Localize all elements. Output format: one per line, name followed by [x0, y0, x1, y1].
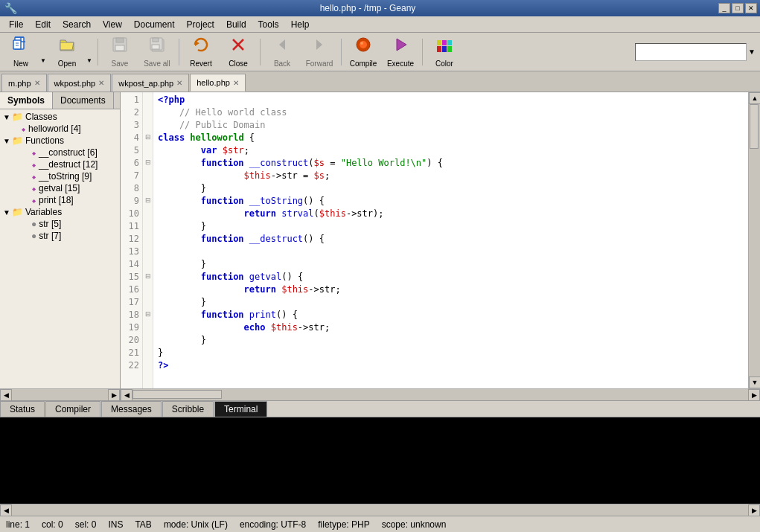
terminal-content[interactable] [0, 417, 760, 504]
svg-rect-2 [13, 40, 21, 49]
sidebar: Symbols Documents ▼ 📁 Classes ⬥ hellowor… [0, 92, 121, 400]
revert-button[interactable]: Revert [183, 35, 219, 69]
svg-rect-7 [115, 45, 124, 51]
forward-button[interactable]: Forward [301, 35, 337, 69]
variables-expand-icon[interactable]: ▼ [1, 208, 12, 217]
menu-edit[interactable]: Edit [29, 18, 57, 31]
tab-close-0[interactable]: ✕ [34, 79, 40, 87]
line-numbers: 12345 678910 1112131415 1617181920 2122 [121, 92, 143, 388]
tab-close-1[interactable]: ✕ [98, 79, 104, 87]
open-button[interactable]: Open [49, 35, 85, 69]
helloworld-class-icon: ⬥ [21, 124, 26, 134]
horizontal-scrollbar: ◀ ▶ [121, 388, 760, 400]
bottom-panel: Status Compiler Messages Scribble Termin… [0, 400, 760, 516]
bottom-scroll-right[interactable]: ▶ [748, 504, 760, 516]
hscroll-left[interactable]: ◀ [121, 389, 132, 401]
tab-close-3[interactable]: ✕ [233, 79, 239, 87]
tree-variables-group[interactable]: ▼ 📁 Variables [0, 206, 120, 218]
bottom-tab-scribble[interactable]: Scribble [162, 401, 214, 417]
tree-construct[interactable]: ⬥ __construct [6] [0, 147, 120, 158]
fold-14 [143, 257, 153, 269]
tree-functions-group[interactable]: ▼ 📁 Functions [0, 135, 120, 147]
revert-label: Revert [190, 60, 211, 68]
bottom-tab-status[interactable]: Status [0, 401, 45, 417]
open-dropdown-arrow[interactable]: ▼ [85, 35, 94, 69]
bottom-tab-terminal[interactable]: Terminal [214, 401, 267, 417]
bottom-tab-messages[interactable]: Messages [101, 401, 162, 417]
functions-label: Functions [25, 135, 64, 146]
hscroll-track[interactable] [132, 389, 748, 401]
tree-classes-group[interactable]: ▼ 📁 Classes [0, 111, 120, 123]
fold-16 [143, 282, 153, 295]
svg-rect-23 [447, 46, 452, 52]
fold-15[interactable]: ⊟ [143, 269, 153, 282]
bottom-tab-compiler[interactable]: Compiler [45, 401, 100, 417]
tree-print[interactable]: ⬥ print [18] [0, 194, 120, 206]
menu-tools[interactable]: Tools [252, 18, 285, 31]
menu-build[interactable]: Build [220, 18, 252, 31]
fold-2 [143, 105, 153, 118]
sidebar-tab-symbols[interactable]: Symbols [0, 92, 53, 109]
tab-3[interactable]: hello.php ✕ [190, 74, 246, 92]
tab-1[interactable]: wkpost.php ✕ [48, 74, 112, 92]
fold-18[interactable]: ⊟ [143, 307, 153, 320]
compile-button[interactable]: Compile [345, 35, 381, 69]
status-filetype: filetype: PHP [318, 519, 369, 530]
menu-file[interactable]: File [3, 18, 29, 31]
tab-2[interactable]: wkpost_ap.php ✕ [112, 74, 189, 92]
variables-label: Variables [25, 207, 62, 217]
maximize-button[interactable]: □ [732, 3, 744, 13]
fold-6[interactable]: ⊟ [143, 156, 153, 168]
sidebar-scroll-left[interactable]: ◀ [0, 389, 12, 400]
save-all-button[interactable]: Save all [139, 35, 175, 69]
sidebar-tab-documents[interactable]: Documents [53, 92, 114, 109]
execute-button[interactable]: Execute [383, 35, 418, 69]
tree-destruct[interactable]: ⬥ __destruct [12] [0, 158, 120, 170]
tree-str7[interactable]: ● str [7] [0, 230, 120, 242]
back-button[interactable]: Back [264, 35, 300, 69]
bottom-scroll-track[interactable] [12, 504, 748, 516]
minimize-button[interactable]: _ [718, 3, 730, 13]
svg-marker-12 [195, 41, 199, 46]
tab-0[interactable]: m.php ✕ [1, 74, 47, 92]
tree-tostring[interactable]: ⬥ __toString [9] [0, 170, 120, 182]
status-sel: sel: 0 [75, 519, 97, 530]
fold-9[interactable]: ⊟ [143, 193, 153, 206]
color-button[interactable]: Color [427, 35, 462, 69]
open-label: Open [58, 60, 76, 68]
tree-str5[interactable]: ● str [5] [0, 218, 120, 230]
back-label: Back [274, 60, 290, 68]
code-fold-panel: ⊟ ⊟ ⊟ ⊟ ⊟ [143, 92, 153, 388]
menu-project[interactable]: Project [181, 18, 220, 31]
menu-view[interactable]: View [97, 18, 128, 31]
functions-expand-icon[interactable]: ▼ [1, 137, 12, 145]
close-button[interactable]: ✕ [745, 3, 757, 13]
bottom-scroll-left[interactable]: ◀ [0, 504, 12, 516]
status-ins: INS [108, 519, 123, 530]
hscroll-right[interactable]: ▶ [748, 389, 760, 401]
close-button[interactable]: Close [220, 35, 256, 69]
hscroll-thumb[interactable] [132, 390, 222, 399]
tree-getval[interactable]: ⬥ getval [15] [0, 182, 120, 194]
new-icon [12, 36, 30, 58]
fold-8 [143, 181, 153, 193]
new-dropdown-arrow[interactable]: ▼ [39, 35, 48, 69]
menu-search[interactable]: Search [57, 18, 97, 31]
code-editor[interactable]: <?php // Hello world class // Public Dom… [153, 92, 748, 388]
vscroll-track[interactable] [749, 104, 760, 376]
vscroll-down[interactable]: ▼ [749, 376, 760, 388]
menu-help[interactable]: Help [285, 18, 316, 31]
vscroll-thumb[interactable] [750, 104, 759, 149]
sidebar-scroll-track[interactable] [12, 389, 108, 400]
vscroll-up[interactable]: ▲ [749, 92, 760, 104]
save-button[interactable]: Save [102, 35, 138, 69]
search-dropdown-icon[interactable]: ▼ [747, 46, 757, 57]
tab-close-2[interactable]: ✕ [176, 79, 182, 87]
search-input[interactable] [635, 43, 747, 61]
menu-document[interactable]: Document [128, 18, 181, 31]
classes-expand-icon[interactable]: ▼ [1, 113, 12, 121]
fold-4[interactable]: ⊟ [143, 130, 153, 143]
sidebar-scroll-right[interactable]: ▶ [108, 389, 120, 400]
tree-helloworld[interactable]: ⬥ helloworld [4] [0, 123, 120, 135]
new-button[interactable]: New [3, 35, 39, 69]
